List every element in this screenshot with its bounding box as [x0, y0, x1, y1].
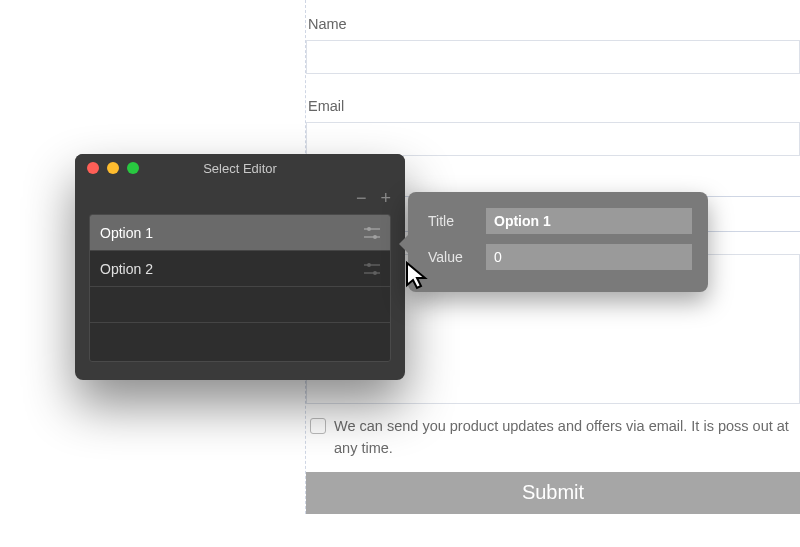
checkbox-label: We can send you product updates and offe…	[334, 416, 796, 460]
option-row-empty	[90, 323, 390, 359]
editor-toolbar: − +	[75, 182, 405, 214]
option-label: Option 1	[100, 225, 153, 241]
sliders-icon[interactable]	[364, 262, 380, 276]
value-input[interactable]	[486, 244, 692, 270]
title-input[interactable]	[486, 208, 692, 234]
window-titlebar[interactable]: Select Editor	[75, 154, 405, 182]
option-row[interactable]: Option 2	[90, 251, 390, 287]
option-row[interactable]: Option 1	[90, 215, 390, 251]
svg-point-7	[373, 271, 377, 275]
option-properties-popover: Title Value	[408, 192, 708, 292]
add-option-button[interactable]: +	[380, 189, 391, 207]
title-field-label: Title	[428, 213, 472, 229]
submit-button[interactable]: Submit	[306, 472, 800, 514]
remove-option-button[interactable]: −	[356, 189, 367, 207]
checkbox-row: We can send you product updates and offe…	[306, 404, 800, 460]
option-list: Option 1 Option 2	[89, 214, 391, 362]
title-field-row: Title	[428, 208, 692, 234]
submit-label: Submit	[522, 481, 584, 504]
sliders-icon[interactable]	[364, 226, 380, 240]
name-label: Name	[306, 0, 800, 40]
email-input[interactable]	[306, 122, 800, 156]
select-editor-window: Select Editor − + Option 1 Option 2	[75, 154, 405, 380]
svg-point-3	[373, 235, 377, 239]
value-field-row: Value	[428, 244, 692, 270]
name-input[interactable]	[306, 40, 800, 74]
close-window-button[interactable]	[87, 162, 99, 174]
minimize-window-button[interactable]	[107, 162, 119, 174]
svg-point-5	[367, 263, 371, 267]
option-label: Option 2	[100, 261, 153, 277]
value-field-label: Value	[428, 249, 472, 265]
traffic-lights	[87, 162, 139, 174]
marketing-checkbox[interactable]	[310, 418, 326, 434]
maximize-window-button[interactable]	[127, 162, 139, 174]
option-row-empty	[90, 287, 390, 323]
email-label: Email	[306, 82, 800, 122]
svg-point-1	[367, 227, 371, 231]
